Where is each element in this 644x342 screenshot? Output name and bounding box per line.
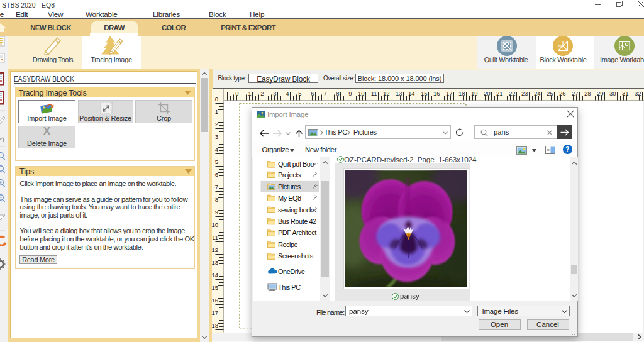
- svg-text:8: 8: [214, 196, 218, 203]
- svg-text:26: 26: [559, 90, 566, 97]
- svg-text:10: 10: [212, 221, 218, 228]
- svg-text:Pictures: Pictures: [278, 183, 301, 190]
- svg-text:22: 22: [509, 90, 516, 97]
- svg-text:8: 8: [336, 90, 339, 97]
- svg-text:15: 15: [421, 90, 428, 97]
- svg-text:27: 27: [572, 90, 579, 97]
- svg-text:7: 7: [323, 90, 326, 97]
- svg-text:14: 14: [408, 90, 415, 97]
- svg-text:12: 12: [212, 246, 218, 253]
- svg-text:15: 15: [212, 284, 218, 291]
- svg-text:Bus Route 42: Bus Route 42: [278, 218, 316, 225]
- svg-text:16: 16: [212, 297, 218, 304]
- svg-text:6: 6: [214, 171, 218, 178]
- svg-text:18: 18: [458, 90, 465, 97]
- svg-text:31: 31: [622, 90, 629, 97]
- svg-text:18: 18: [212, 322, 218, 329]
- svg-text:1: 1: [248, 90, 251, 97]
- svg-text:10: 10: [358, 90, 365, 97]
- svg-text:Recipe: Recipe: [278, 241, 298, 248]
- svg-text:My EQ8: My EQ8: [278, 194, 301, 202]
- svg-text:16: 16: [433, 90, 440, 97]
- svg-text:14: 14: [212, 272, 218, 279]
- svg-text:25: 25: [547, 90, 553, 97]
- svg-text:3: 3: [214, 133, 218, 140]
- svg-text:0: 0: [235, 90, 238, 97]
- svg-text:23: 23: [521, 90, 528, 97]
- svg-text:7: 7: [214, 184, 218, 190]
- svg-text:24: 24: [534, 90, 541, 97]
- svg-text:Screenshots: Screenshots: [278, 253, 314, 260]
- svg-text:13: 13: [212, 259, 218, 266]
- svg-text:21: 21: [496, 90, 503, 97]
- svg-text:19: 19: [471, 90, 478, 97]
- svg-text:17: 17: [212, 309, 218, 316]
- svg-text:2: 2: [214, 121, 218, 128]
- svg-text:28: 28: [584, 90, 591, 97]
- svg-text:Projects: Projects: [278, 171, 301, 179]
- svg-text:0: 0: [214, 96, 218, 102]
- svg-text:29: 29: [597, 90, 604, 97]
- svg-text:4: 4: [286, 90, 289, 97]
- svg-text:This PC: This PC: [278, 284, 301, 291]
- svg-text:OneDrive: OneDrive: [278, 268, 305, 275]
- svg-text:32: 32: [635, 90, 641, 97]
- svg-text:PDF Architect: PDF Architect: [278, 229, 316, 237]
- svg-text:13: 13: [396, 90, 402, 97]
- svg-text:Quilt pdf Boo: Quilt pdf Boo: [278, 160, 314, 168]
- svg-text:30: 30: [609, 90, 616, 97]
- svg-text:5: 5: [214, 158, 218, 165]
- svg-text:9: 9: [214, 209, 218, 216]
- svg-text:11: 11: [212, 234, 218, 241]
- svg-text:6: 6: [311, 90, 314, 97]
- svg-text:1: 1: [214, 108, 218, 115]
- svg-text:20: 20: [484, 90, 491, 97]
- svg-text:4: 4: [214, 146, 218, 153]
- svg-text:9: 9: [348, 90, 352, 97]
- svg-text:2: 2: [260, 90, 264, 97]
- svg-text:12: 12: [383, 90, 390, 97]
- svg-text:sewing bocks: sewing bocks: [278, 206, 316, 214]
- svg-text:5: 5: [298, 90, 301, 97]
- svg-text:17: 17: [446, 90, 453, 97]
- svg-text:3: 3: [273, 90, 276, 97]
